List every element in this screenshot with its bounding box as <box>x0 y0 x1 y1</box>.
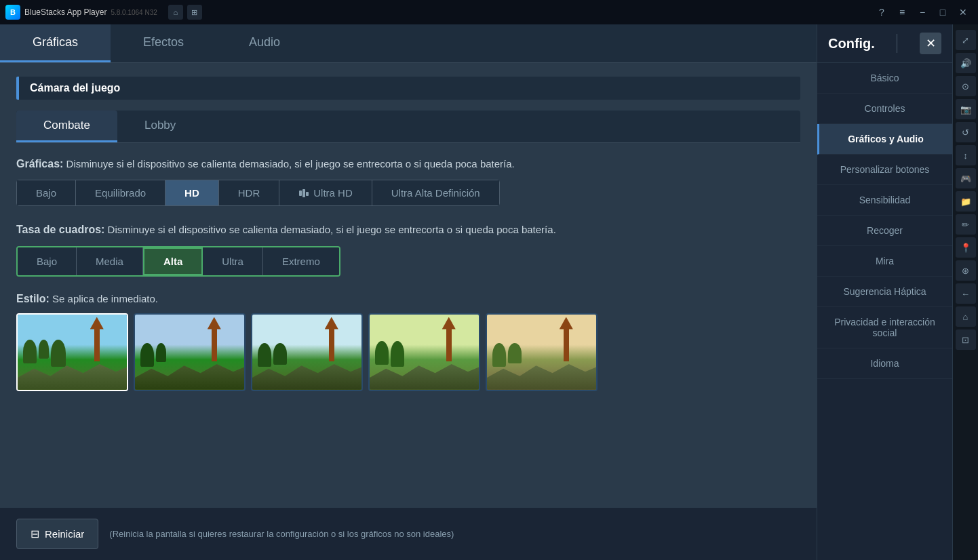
app-name: BlueStacks App Player <box>24 7 106 17</box>
main-container: Gráficas Efectos Audio Cámara del juego … <box>0 24 978 560</box>
multi-nav-icon[interactable]: ⊞ <box>187 5 202 20</box>
style-setting: Estilo: Se aplica de inmediato. <box>16 293 800 391</box>
icon-brush[interactable]: ✏ <box>956 214 976 235</box>
content-area: Cámara del juego Combate Lobby Gráficas:… <box>0 63 817 507</box>
icon-location[interactable]: 📍 <box>956 237 976 258</box>
trees-5 <box>492 343 522 367</box>
tab-efectos[interactable]: Efectos <box>111 24 216 62</box>
style-thumb-4[interactable] <box>368 313 480 391</box>
framerate-options: Bajo Media Alta Ultra Extremo <box>16 246 340 277</box>
icon-home[interactable]: ⌂ <box>956 306 976 327</box>
sidebar-item-personalizar[interactable]: Personalizar botones <box>817 155 952 185</box>
sidebar-item-graficos-audio[interactable]: Gráficos y Audio <box>817 124 952 155</box>
thumb-2-inner <box>135 315 244 390</box>
style-thumb-1[interactable] <box>16 313 128 391</box>
style-thumb-5[interactable] <box>486 313 598 391</box>
icon-folder[interactable]: 📁 <box>956 191 976 212</box>
framerate-label: Tasa de cuadros: Disminuye si el disposi… <box>16 222 800 237</box>
app-logo: B BlueStacks App Player 5.8.0.1064 N32 <box>5 5 157 20</box>
bottom-bar: ⊟ Reiniciar (Reinicia la pantalla si qui… <box>0 507 817 560</box>
graphics-equilibrado[interactable]: Equilibrado <box>76 180 165 205</box>
minimize-button[interactable]: − <box>913 3 932 22</box>
graphics-hd[interactable]: HD <box>165 180 219 205</box>
icon-screenshot[interactable]: 📷 <box>956 99 976 119</box>
graphics-bajo[interactable]: Bajo <box>17 180 76 205</box>
sidebar-title: Config. <box>828 36 875 52</box>
restart-note: (Reinicia la pantalla si quieres restaur… <box>109 529 454 539</box>
restart-icon: ⊟ <box>31 527 39 540</box>
sidebar-item-idioma[interactable]: Idioma <box>817 348 952 379</box>
close-button[interactable]: ✕ <box>954 3 973 22</box>
tower-1 <box>94 327 100 361</box>
graphics-ultra-alta[interactable]: Ultra Alta Definición <box>372 180 499 205</box>
framerate-label-bold: Tasa de cuadros: <box>16 224 104 235</box>
subtab-combate[interactable]: Combate <box>16 111 117 142</box>
graphics-label-bold: Gráficas: <box>16 158 63 169</box>
menu-button[interactable]: ≡ <box>893 3 912 22</box>
icon-volume[interactable]: 🔊 <box>956 53 976 73</box>
trees-2 <box>140 343 166 367</box>
sidebar-item-controles[interactable]: Controles <box>817 94 952 124</box>
sidebar-close-button[interactable]: ✕ <box>920 33 941 54</box>
svg-rect-2 <box>306 192 309 196</box>
icon-gamepad[interactable]: 🎮 <box>956 168 976 188</box>
style-thumb-2[interactable] <box>134 313 246 391</box>
svg-rect-1 <box>302 189 305 197</box>
style-thumb-3[interactable] <box>251 313 363 391</box>
sidebar-item-privacidad[interactable]: Privacidad e interacción social <box>817 307 952 348</box>
tab-graficas[interactable]: Gráficas <box>0 24 111 62</box>
framerate-alta[interactable]: Alta <box>143 247 203 275</box>
right-sidebar: Config. ✕ Básico Controles Gráficos y Au… <box>817 24 952 560</box>
sidebar-item-sensibilidad[interactable]: Sensibilidad <box>817 185 952 216</box>
sidebar-item-mira[interactable]: Mira <box>817 246 952 277</box>
trees-4 <box>375 341 404 367</box>
framerate-setting: Tasa de cuadros: Disminuye si el disposi… <box>16 222 800 276</box>
window-controls: ? ≡ − □ ✕ <box>872 3 973 22</box>
icon-layers[interactable]: ⊛ <box>956 260 976 281</box>
framerate-bajo[interactable]: Bajo <box>18 247 77 275</box>
bluestacks-icon: B <box>5 5 20 20</box>
sidebar-item-haptica[interactable]: Sugerencia Háptica <box>817 277 952 307</box>
style-label: Estilo: Se aplica de inmediato. <box>16 293 800 305</box>
tower-4 <box>446 327 452 361</box>
top-tabs: Gráficas Efectos Audio <box>0 24 817 63</box>
tower-5 <box>564 327 569 361</box>
graphics-label-rest: Disminuye si el dispositivo se calienta … <box>66 158 515 169</box>
app-version: 5.8.0.1064 N32 <box>111 9 157 16</box>
restart-label: Reiniciar <box>45 528 84 540</box>
graphics-hdr[interactable]: HDR <box>219 180 280 205</box>
icon-bar: ⤢ 🔊 ⊙ 📷 ↺ ↕ 🎮 📁 ✏ 📍 ⊛ ← ⌂ ⊡ <box>952 24 978 560</box>
icon-rotate[interactable]: ↺ <box>956 122 976 142</box>
tab-audio[interactable]: Audio <box>216 24 313 62</box>
tower-2 <box>212 327 217 361</box>
framerate-label-rest: Disminuye si el dispositivo se calienta … <box>108 224 556 235</box>
framerate-ultra[interactable]: Ultra <box>203 247 263 275</box>
nav-icons: ⌂ ⊞ <box>168 5 202 20</box>
home-nav-icon[interactable]: ⌂ <box>168 5 183 20</box>
sidebar-item-recoger[interactable]: Recoger <box>817 216 952 246</box>
icon-expand[interactable]: ⤢ <box>956 30 976 50</box>
trees-1 <box>23 340 66 367</box>
thumb-5-inner <box>487 315 596 390</box>
game-area: Gráficas Efectos Audio Cámara del juego … <box>0 24 817 560</box>
graphics-ultra-hd[interactable]: Ultra HD <box>279 180 372 205</box>
sidebar-item-basico[interactable]: Básico <box>817 63 952 94</box>
framerate-extremo[interactable]: Extremo <box>263 247 339 275</box>
sidebar-divider <box>897 34 897 53</box>
style-label-bold: Estilo: <box>16 293 50 304</box>
icon-grid[interactable]: ⊡ <box>956 329 976 350</box>
maximize-button[interactable]: □ <box>933 3 952 22</box>
style-thumbnails <box>16 313 800 391</box>
thumb-3-inner <box>252 315 361 390</box>
svg-rect-0 <box>299 191 302 196</box>
thumb-4-inner <box>370 315 479 390</box>
icon-record[interactable]: ⊙ <box>956 76 976 96</box>
restart-button[interactable]: ⊟ Reiniciar <box>16 519 98 549</box>
icon-back[interactable]: ← <box>956 283 976 304</box>
question-button[interactable]: ? <box>872 3 891 22</box>
framerate-media[interactable]: Media <box>77 247 143 275</box>
title-bar: B BlueStacks App Player 5.8.0.1064 N32 ⌂… <box>0 0 978 24</box>
icon-shake[interactable]: ↕ <box>956 145 976 165</box>
subtab-lobby[interactable]: Lobby <box>117 111 203 142</box>
thumb-1-inner <box>18 315 127 390</box>
